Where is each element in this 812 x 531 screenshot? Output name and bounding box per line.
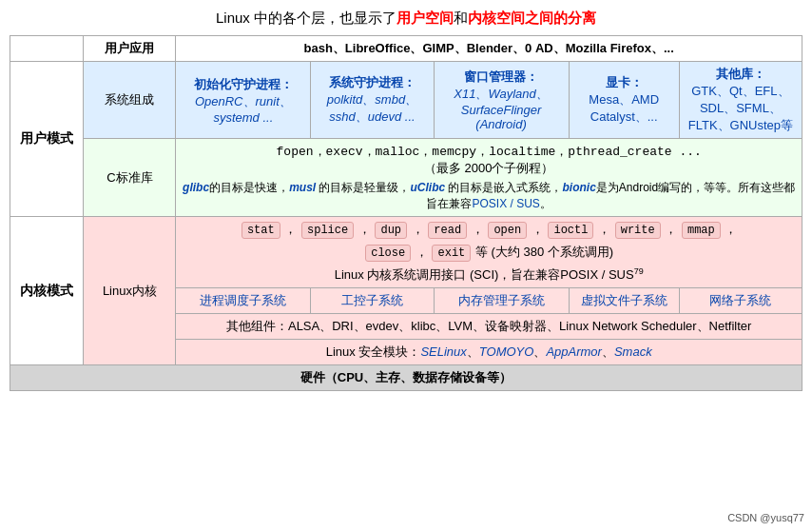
wm-items: X11、Wayland、SurfaceFlinger (Android) xyxy=(454,87,548,131)
header-empty xyxy=(10,36,84,62)
kernel-other-text: 其他组件：ALSA、DRI、evdev、klibc、LVM、设备映射器、Linu… xyxy=(226,319,751,333)
net-subsystem: 网络子系统 xyxy=(679,288,802,314)
tag-ioctl: ioctl xyxy=(548,222,593,239)
title-prefix: Linux 中的各个层，也显示了 xyxy=(216,10,396,26)
io-text: 工控子系统 xyxy=(341,293,403,307)
syscall-tags-row2: close ， exit 等 (大约 380 个系统调用) xyxy=(182,244,796,263)
clib-label: C标准库 xyxy=(84,139,176,217)
tag-close: close xyxy=(365,245,411,262)
vfs-subsystem: 虚拟文件子系统 xyxy=(569,288,679,314)
clib-subtitle-text: （最多 2000个子例程） xyxy=(424,161,554,175)
header-row: 用户应用 bash、LibreOffice、GIMP、Blender、0 AD、… xyxy=(10,36,802,62)
page-title: Linux 中的各个层，也显示了用户空间和内核空间之间的分离 xyxy=(10,10,802,28)
sysd-title: 系统守护进程： xyxy=(329,75,416,89)
title-highlight-kernel: 内核空间之间的分离 xyxy=(468,10,596,26)
tag-dup: dup xyxy=(375,222,407,239)
sys-comp-row: 用户模式 系统组成 初始化守护进程： OpenRC、runit、systemd … xyxy=(10,62,802,139)
syscall-tags-row: stat ， splice ， dup ， read ， open ， ioct… xyxy=(182,221,796,240)
sci-sup: 79 xyxy=(634,266,644,276)
hardware-cell: 硬件（CPU、主存、数据存储设备等） xyxy=(10,365,802,391)
gpu-items: Mesa、AMD Catalyst、... xyxy=(589,92,659,124)
other-items: GTK、Qt、EFL、SDL、SFML、FLTK、GNUstep等 xyxy=(688,84,793,132)
title-middle: 和 xyxy=(454,10,468,26)
sys-comp-label: 系统组成 xyxy=(84,62,176,139)
other-title: 其他库： xyxy=(716,67,765,81)
sci-line: Linux 内核系统调用接口 (SCI)，旨在兼容POSIX / SUS79 xyxy=(182,266,796,284)
clib-row: C标准库 fopen，execv，malloc，memcpy，localtime… xyxy=(10,139,802,217)
kernel-label-cell: Linux内核 xyxy=(84,217,176,365)
sys-daemon-cell: 系统守护进程： polkitd、smbd、sshd、udevd ... xyxy=(311,62,434,139)
init-daemon-cell: 初始化守护进程： OpenRC、runit、systemd ... xyxy=(176,62,311,139)
tag-exit: exit xyxy=(432,245,471,262)
tag-open: open xyxy=(488,222,527,239)
tag-mmap: mmap xyxy=(682,222,721,239)
kernel-security-cell: Linux 安全模块：SELinux、TOMOYO、AppArmor、Smack xyxy=(176,340,802,365)
clib-subtitle: （最多 2000个子例程） xyxy=(182,160,796,177)
hardware-row: 硬件（CPU、主存、数据存储设备等） xyxy=(10,365,802,391)
mem-subsystem: 内存管理子系统 xyxy=(434,288,569,314)
other-libs-cell: 其他库： GTK、Qt、EFL、SDL、SFML、FLTK、GNUstep等 xyxy=(679,62,802,139)
tag-stat: stat xyxy=(242,222,280,239)
sysd-items: polkitd、smbd、sshd、udevd ... xyxy=(327,92,417,124)
syscall-desc: 等 (大约 380 个系统调用) xyxy=(475,245,613,259)
proc-subsystem: 进程调度子系统 xyxy=(176,288,311,314)
user-mode-text: 用户模式 xyxy=(20,130,73,146)
proc-text: 进程调度子系统 xyxy=(200,293,286,307)
gpu-cell: 显卡： Mesa、AMD Catalyst、... xyxy=(569,62,679,139)
hardware-text: 硬件（CPU、主存、数据存储设备等） xyxy=(300,370,512,384)
clib-funcs-text: fopen，execv，malloc，memcpy，localtime，pthr… xyxy=(277,145,702,159)
kernel-mode-label: 内核模式 xyxy=(10,217,84,365)
kernel-syscalls-cell: stat ， splice ， dup ， read ， open ， ioct… xyxy=(176,217,802,288)
clib-label-text: C标准库 xyxy=(106,170,152,185)
gpu-title: 显卡： xyxy=(606,75,643,89)
kernel-sci-row: 内核模式 Linux内核 stat ， splice ， dup ， read … xyxy=(10,217,802,288)
vfs-text: 虚拟文件子系统 xyxy=(581,293,667,307)
kernel-label-text: Linux内核 xyxy=(103,284,157,298)
tag-write: write xyxy=(615,222,661,239)
title-highlight-user: 用户空间 xyxy=(396,10,454,26)
header-user-apps-label: 用户应用 xyxy=(84,36,176,62)
init-items: OpenRC、runit、systemd ... xyxy=(195,94,292,125)
sci-text: Linux 内核系统调用接口 (SCI)，旨在兼容POSIX / SUS xyxy=(335,267,634,282)
init-title: 初始化守护进程： xyxy=(194,77,293,91)
tag-read: read xyxy=(428,222,467,239)
header-user-apps-content: bash、LibreOffice、GIMP、Blender、0 AD、Mozil… xyxy=(176,36,802,62)
clib-funcs: fopen，execv，malloc，memcpy，localtime，pthr… xyxy=(182,143,796,160)
user-apps-text: bash、LibreOffice、GIMP、Blender、0 AD、Mozil… xyxy=(304,41,674,55)
main-table: 用户应用 bash、LibreOffice、GIMP、Blender、0 AD、… xyxy=(10,35,802,391)
user-mode-label: 用户模式 xyxy=(10,62,84,217)
wm-cell: 窗口管理器： X11、Wayland、SurfaceFlinger (Andro… xyxy=(434,62,569,139)
io-subsystem: 工控子系统 xyxy=(311,288,434,314)
page-wrapper: Linux 中的各个层，也显示了用户空间和内核空间之间的分离 用户应用 bash… xyxy=(10,10,802,391)
clib-content: fopen，execv，malloc，memcpy，localtime，pthr… xyxy=(176,139,802,217)
sys-comp-label-text: 系统组成 xyxy=(105,92,154,107)
mem-text: 内存管理子系统 xyxy=(458,293,545,307)
kernel-mode-text: 内核模式 xyxy=(20,283,73,298)
clib-desc: glibc的目标是快速，musl 的目标是轻量级，uClibc 的目标是嵌入式系… xyxy=(182,180,796,212)
tag-splice: splice xyxy=(301,222,354,239)
wm-title: 窗口管理器： xyxy=(464,69,538,84)
net-text: 网络子系统 xyxy=(709,293,771,307)
kernel-other-cell: 其他组件：ALSA、DRI、evdev、klibc、LVM、设备映射器、Linu… xyxy=(176,314,802,340)
